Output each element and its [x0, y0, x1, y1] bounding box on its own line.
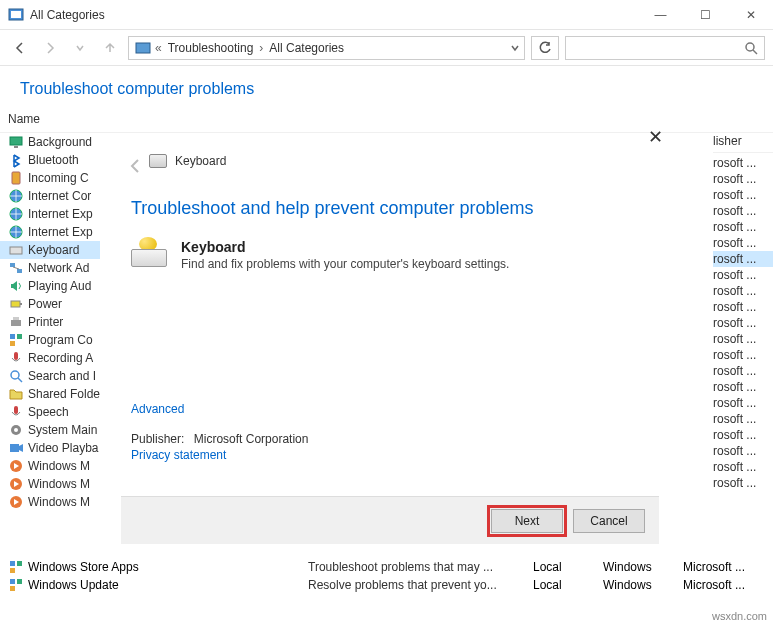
list-item[interactable]: Printer: [0, 313, 100, 331]
advanced-link[interactable]: Advanced: [131, 400, 308, 418]
publisher-cell: rosoft ...: [713, 315, 773, 331]
folder-icon: [8, 386, 24, 402]
column-name[interactable]: Name: [8, 112, 753, 126]
close-button[interactable]: ✕: [728, 0, 773, 30]
address-bar[interactable]: « Troubleshooting › All Categories: [128, 36, 525, 60]
svg-rect-16: [20, 303, 22, 305]
list-item[interactable]: Internet Exp: [0, 223, 100, 241]
wizard-header-title: Keyboard: [175, 154, 226, 168]
battery-icon: [8, 296, 24, 312]
list-item[interactable]: System Main: [0, 421, 100, 439]
publisher-cell: rosoft ...: [713, 235, 773, 251]
keyboard-icon: [8, 242, 24, 258]
publisher-cell: rosoft ...: [713, 411, 773, 427]
list-item[interactable]: Recording A: [0, 349, 100, 367]
address-dropdown-icon[interactable]: [510, 43, 520, 53]
svg-rect-17: [11, 320, 21, 326]
list-item[interactable]: Program Co: [0, 331, 100, 349]
list-item[interactable]: Windows M: [0, 457, 100, 475]
list-item-label: Windows M: [28, 459, 90, 473]
list-item-label: Incoming C: [28, 171, 89, 185]
list-item[interactable]: Search and I: [0, 367, 100, 385]
publisher-cell: rosoft ...: [713, 155, 773, 171]
publisher-cell: rosoft ...: [713, 251, 773, 267]
svg-point-27: [14, 428, 18, 432]
back-button[interactable]: [8, 36, 32, 60]
breadcrumb-item[interactable]: Troubleshooting: [166, 41, 256, 55]
svg-rect-20: [17, 334, 22, 339]
list-item[interactable]: Power: [0, 295, 100, 313]
svg-rect-12: [10, 263, 15, 267]
search-icon: [744, 41, 758, 55]
publisher-cell: rosoft ...: [713, 171, 773, 187]
list-item[interactable]: Keyboard: [0, 241, 100, 259]
troubleshooter-wizard: ✕ Keyboard Troubleshoot and help prevent…: [120, 145, 660, 545]
publisher-cell: rosoft ...: [713, 283, 773, 299]
list-item[interactable]: Playing Aud: [0, 277, 100, 295]
wizard-item-description: Find and fix problems with your computer…: [181, 257, 509, 271]
list-item[interactable]: Speech: [0, 403, 100, 421]
troubleshooter-list: BackgroundBluetoothIncoming CInternet Co…: [0, 133, 100, 511]
list-item-label: Video Playba: [28, 441, 99, 455]
list-item[interactable]: Video Playba: [0, 439, 100, 457]
globe-icon: [8, 188, 24, 204]
minimize-button[interactable]: —: [638, 0, 683, 30]
list-item-label: System Main: [28, 423, 97, 437]
svg-line-14: [13, 267, 19, 269]
list-item[interactable]: Windows M: [0, 493, 100, 511]
titlebar: All Categories — ☐ ✕: [0, 0, 773, 30]
item-description: Resolve problems that prevent yo...: [308, 578, 533, 592]
gear-icon: [8, 422, 24, 438]
list-item[interactable]: Internet Exp: [0, 205, 100, 223]
list-item[interactable]: Shared Folde: [0, 385, 100, 403]
svg-rect-6: [14, 146, 18, 148]
publisher-cell: rosoft ...: [713, 187, 773, 203]
publisher-cell: rosoft ...: [713, 475, 773, 491]
list-item[interactable]: Windows UpdateResolve problems that prev…: [8, 576, 763, 594]
list-item-label: Search and I: [28, 369, 96, 383]
search-box[interactable]: [565, 36, 765, 60]
app-icon: [8, 559, 24, 575]
publisher-cell: rosoft ...: [713, 219, 773, 235]
bottom-list: Windows Store AppsTroubleshoot problems …: [8, 558, 763, 594]
monitor-icon: [8, 134, 24, 150]
list-item[interactable]: Background: [0, 133, 100, 151]
navigation-bar: « Troubleshooting › All Categories: [0, 30, 773, 66]
app-icon: [8, 332, 24, 348]
wizard-close-button[interactable]: ✕: [648, 126, 663, 148]
svg-rect-28: [10, 444, 19, 452]
refresh-button[interactable]: [531, 36, 559, 60]
publisher-cell: rosoft ...: [713, 395, 773, 411]
publisher-cell: rosoft ...: [713, 379, 773, 395]
list-item[interactable]: Bluetooth: [0, 151, 100, 169]
privacy-link[interactable]: Privacy statement: [131, 446, 308, 464]
keyboard-icon: [149, 154, 167, 168]
list-item[interactable]: Windows M: [0, 475, 100, 493]
up-button[interactable]: [98, 36, 122, 60]
list-item[interactable]: Incoming C: [0, 169, 100, 187]
next-button[interactable]: Next: [491, 509, 563, 533]
item-publisher: Microsoft ...: [683, 560, 763, 574]
column-publisher[interactable]: lisher: [713, 133, 773, 153]
svg-rect-25: [14, 406, 18, 414]
window-title: All Categories: [30, 8, 105, 22]
publisher-cell: rosoft ...: [713, 299, 773, 315]
globe-icon: [8, 224, 24, 240]
wmp-icon: [8, 458, 24, 474]
wizard-back-button: [126, 156, 146, 176]
maximize-button[interactable]: ☐: [683, 0, 728, 30]
item-category: Local: [533, 578, 603, 592]
bluetooth-icon: [8, 152, 24, 168]
list-item[interactable]: Windows Store AppsTroubleshoot problems …: [8, 558, 763, 576]
list-item[interactable]: Internet Cor: [0, 187, 100, 205]
svg-line-4: [753, 50, 757, 54]
recent-dropdown[interactable]: [68, 36, 92, 60]
breadcrumb-item[interactable]: All Categories: [267, 41, 346, 55]
svg-rect-34: [10, 568, 15, 573]
list-item[interactable]: Network Ad: [0, 259, 100, 277]
list-item-label: Internet Exp: [28, 207, 93, 221]
forward-button[interactable]: [38, 36, 62, 60]
list-item-label: Power: [28, 297, 62, 311]
svg-point-23: [11, 371, 19, 379]
cancel-button[interactable]: Cancel: [573, 509, 645, 533]
